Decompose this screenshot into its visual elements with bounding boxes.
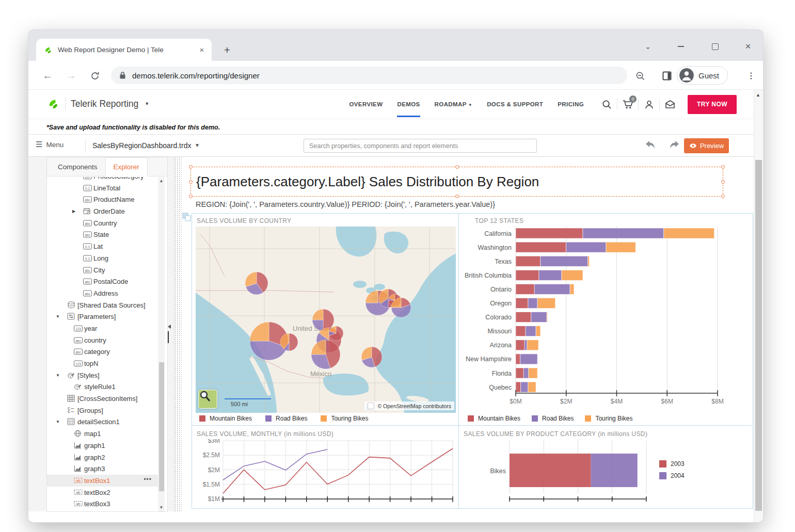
legend-swatch [321,415,327,422]
search-icon[interactable] [596,94,617,115]
tree-item-textbox3[interactable]: abtextBox3 [47,498,158,510]
brand-name[interactable]: Telerik Reporting [71,99,138,109]
item-options-icon[interactable]: ••• [144,476,152,483]
resize-handle[interactable] [189,180,193,184]
tree-item-styles[interactable]: ▼[Styles] [47,369,158,381]
report-subtitle[interactable]: REGION: {Join(', ', Parameters.country.V… [196,200,495,208]
tree-scrollbar-thumb[interactable] [159,362,164,491]
tree-item-orderdate[interactable]: ▶OrderDate [47,205,158,217]
panel-splitter-collapse-icon[interactable] [166,325,171,329]
address-bar[interactable]: demos.telerik.com/reporting/designer [111,67,627,84]
back-button[interactable]: ← [41,69,54,83]
page-scrollbar[interactable]: ▲ [754,90,763,522]
tree-item-graph1[interactable]: graph1 [47,440,158,452]
preview-button[interactable]: Preview [684,138,729,153]
tree-item-long[interactable]: 0.1Long [47,252,158,264]
tree-item-country[interactable]: abcCountry [47,217,158,229]
chevron-expanded-icon[interactable]: ▼ [55,373,60,378]
window-close-button[interactable]: × [741,40,755,53]
tab-components[interactable]: Components [50,157,105,176]
page-scrollbar-thumb[interactable] [755,160,762,511]
tree-item-map1[interactable]: map1 [47,428,158,440]
url-text[interactable]: demos.telerik.com/reporting/designer [132,71,260,80]
tree-item-lat[interactable]: 0.1Lat [47,240,158,252]
tree-item-city[interactable]: abcCity [47,264,158,276]
tab-close-icon[interactable]: × [197,45,206,55]
tree-item-detailsection1[interactable]: ▼detailSection1 [47,416,158,428]
detail-section-icon[interactable] [182,213,191,223]
tree-item-textbox1[interactable]: abtextBox1••• [47,475,158,487]
browser-menu-icon[interactable]: ⋮ [745,69,757,82]
tree-item-linetotal[interactable]: 0.1LineTotal [47,182,158,194]
tree-item-textbox2[interactable]: abtextBox2 [47,487,158,498]
layers-icon[interactable] [368,402,374,409]
resize-handle[interactable] [721,165,725,169]
designer-search-input[interactable] [304,139,537,153]
map-zoom-logo[interactable] [198,390,217,409]
tree-item-parameters[interactable]: ▼[Parameters] [47,311,158,323]
chevron-expanded-icon[interactable]: ▼ [55,314,60,319]
tree-item-productname[interactable]: abcProductName [47,194,158,205]
tree-item-shared-data-sources[interactable]: [Shared Data Sources] [47,299,158,311]
tree-item-graph2[interactable]: graph2 [47,452,158,463]
tab-explorer[interactable]: Explorer [105,157,148,176]
forward-button[interactable]: → [65,69,78,83]
report-title[interactable]: {Parameters.category.Label} Sales Distri… [196,167,539,196]
chevron-expanded-icon[interactable]: ▼ [55,420,60,424]
tree-item-postalcode[interactable]: abcPostalCode [47,276,158,287]
resize-handle[interactable] [721,180,725,184]
scroll-down-icon[interactable]: ▼ [158,505,165,510]
profile-button[interactable]: Guest [677,66,728,85]
site-brand[interactable]: Telerik Reporting ▼ [46,97,149,110]
window-menu-chevron-icon[interactable]: ⌄ [641,40,655,53]
browser-tab[interactable]: Web Report Designer Demo | Tele × [36,39,212,61]
tree-item-address[interactable]: abcAddress [47,287,158,299]
resize-handle[interactable] [189,195,193,198]
nav-link-overview[interactable]: OVERVIEW [342,101,390,107]
tree-item-graph3[interactable]: graph3 [47,463,158,475]
tree-item-state[interactable]: abcState [47,229,158,240]
file-caret-icon[interactable]: ▼ [195,142,200,148]
menu-button[interactable]: ☰ Menu [36,140,63,149]
zoom-out-icon[interactable] [633,69,647,83]
resize-handle[interactable] [455,165,459,169]
tree-item-crosssectionitems[interactable]: [CrossSectionItems] [47,393,158,405]
category-sales-chart[interactable]: Bikes [460,439,754,508]
tree-item-stylerule1[interactable]: styleRule1 [47,381,158,393]
tree-item-productcategory[interactable]: abcProductCategory [47,177,158,182]
monthly-sales-chart[interactable]: $3M$2.5M$2M$1.5M$1M [196,439,456,508]
tree-scrollbar[interactable]: ▲ ▼ [158,177,165,511]
undo-button[interactable] [645,140,657,151]
tree-item-topn[interactable]: 123topN [47,358,158,369]
window-minimize-button[interactable] [674,40,688,53]
tree-item-groups[interactable]: [Groups] [47,405,158,416]
resize-handle[interactable] [455,195,459,198]
try-now-button[interactable]: TRY NOW [688,95,737,114]
map-chart[interactable]: United StatesMéxico 500 mi © OpenStreetM… [196,227,456,413]
redo-button[interactable] [669,140,681,151]
side-panel-icon[interactable] [660,69,674,83]
tree-item-country[interactable]: abccountry [47,334,158,346]
resize-handle[interactable] [721,195,725,198]
user-icon[interactable] [639,94,659,115]
scroll-up-icon[interactable]: ▲ [158,179,165,183]
scroll-up-icon[interactable]: ▲ [756,92,760,98]
reload-button[interactable] [88,69,102,83]
selected-title-textbox[interactable]: {Parameters.category.Label} Sales Distri… [190,167,723,197]
window-maximize-button[interactable] [708,40,722,53]
top-states-chart[interactable]: $0M$2M$4M$6M$8MCaliforniaWashingtonTexas… [460,224,752,411]
design-canvas[interactable]: {Parameters.category.Label} Sales Distri… [174,157,754,512]
nav-link-roadmap[interactable]: ROADMAP▼ [427,101,480,107]
resize-handle[interactable] [189,165,193,169]
nav-link-pricing[interactable]: PRICING [550,101,591,107]
cart-icon[interactable]: 0 [617,94,638,115]
nav-link-docs-support[interactable]: DOCS & SUPPORT [480,101,550,107]
report-file-selector[interactable]: SalesByRegionDashboard.trdx [92,141,191,150]
chevron-collapsed-icon[interactable]: ▶ [71,209,76,214]
panel-splitter-handle[interactable] [168,331,169,343]
tree-item-year[interactable]: 123year [47,323,158,334]
contact-icon[interactable] [660,94,680,115]
new-tab-button[interactable]: + [220,43,234,57]
nav-link-demos[interactable]: DEMOS [390,101,427,107]
tree-item-category[interactable]: abccategory [47,346,158,358]
